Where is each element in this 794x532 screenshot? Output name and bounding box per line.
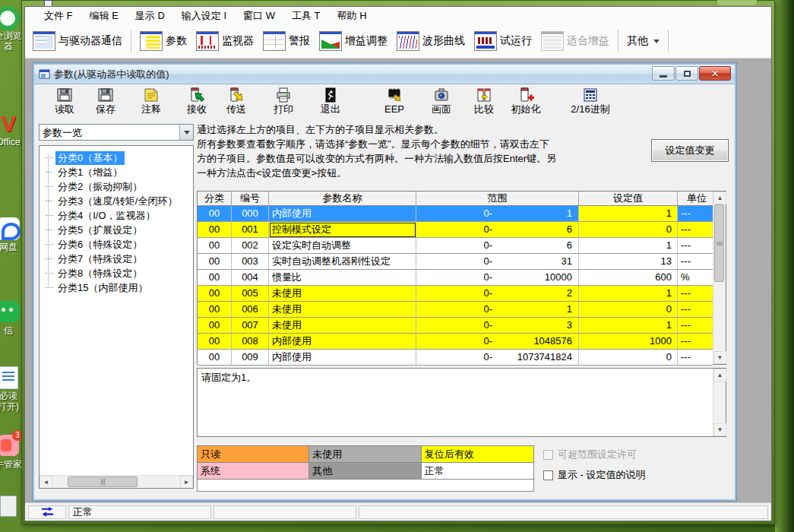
mdi-area: 参数(从驱动器中读取的值) ✕ [25,59,771,502]
camera-icon [432,86,451,104]
table-row[interactable]: 00007 未使用 0-3 1--- [198,318,713,334]
change-value-button[interactable]: 设定值变更 [651,139,729,162]
wps-icon: V [0,112,21,135]
tree-item-class6[interactable]: 分类6（特殊设定） [44,237,193,252]
monitor-icon [196,31,219,51]
dropdown-value: 参数一览 [40,125,179,140]
exit-icon [321,86,340,104]
wechat-icon [0,301,20,322]
fit-gain-icon [541,31,564,51]
toolbar-other-button[interactable]: 其他 [622,32,664,50]
toolbar-gain-button[interactable]: 增益调整 [315,29,392,53]
scrollbar-thumb[interactable] [68,477,138,487]
trial-run-icon [474,31,497,51]
read-button[interactable]: 读取 [45,86,84,118]
parameter-note: 请固定为1。 [198,369,713,436]
alarm-icon [263,31,286,51]
receive-button[interactable]: 接收 [177,86,217,118]
minimize-icon [660,75,667,78]
hex-dec-button[interactable]: 2/16进制 [563,86,618,118]
initialize-button[interactable]: 初始化 [504,86,548,118]
legend-empty-row [198,480,533,491]
scroll-up-arrow[interactable]: ▲ [713,369,726,382]
tree-item-class7[interactable]: 分类7（特殊设定） [44,252,193,266]
toolbar-monitor-button[interactable]: 监视器 [191,29,258,53]
desktop-right-edge [775,0,794,532]
scroll-down-arrow[interactable]: ▼ [713,351,726,364]
legend-reset: 复位后有效 [422,446,533,463]
print-icon [274,86,293,104]
tree-item-class1[interactable]: 分类1（增益） [44,165,193,179]
legend-unused: 未使用 [309,446,421,463]
note-vertical-scrollbar[interactable]: ▲ ▼ [713,369,726,436]
netdisk-icon [0,217,20,240]
menu-tools[interactable]: 工具 T [283,8,329,24]
chevron-down-icon [653,40,660,46]
save-button[interactable]: 保存 [86,86,125,118]
scroll-right-arrow[interactable]: ► [180,476,193,489]
main-titlebar[interactable] [24,0,772,6]
scroll-down-arrow[interactable]: ▼ [713,423,726,436]
restore-button[interactable] [675,66,698,81]
compare-button[interactable]: 比较 [464,86,504,118]
table-row[interactable]: 00001 控制模式设定 0-6 0--- [198,222,713,238]
tree-item-class4[interactable]: 分类4（I/O，监视器） [44,208,193,223]
tree-horizontal-scrollbar[interactable]: ◄ ► [40,475,193,488]
scroll-up-arrow[interactable]: ▲ [713,192,726,204]
category-tree: 分类0（基本） 分类1（增益） 分类2（振动抑制） 分类3（速度/转矩/全闭环）… [39,145,194,489]
parameter-window-titlebar[interactable]: 参数(从驱动器中读取的值) ✕ [34,65,735,84]
menu-help[interactable]: 帮助 H [329,8,375,24]
toolbar-tryrun-button[interactable]: 试运行 [470,29,536,53]
tree-item-class0[interactable]: 分类0（基本） [44,150,193,165]
table-row[interactable]: 00000 内部使用 0-1 1--- [198,206,713,222]
dropdown-arrow-button[interactable] [179,125,193,140]
menu-input[interactable]: 输入设定 I [173,8,235,24]
comment-button[interactable]: 注释 [131,86,171,118]
legend-other: 其他 [309,463,421,480]
close-button[interactable]: ✕ [699,66,731,81]
screenshot-button[interactable]: 画面 [422,86,461,118]
minimize-button[interactable] [652,66,675,81]
toolbar-comm-button[interactable]: 与驱动器通信 [28,29,127,53]
help-text: 通过选择左上方的项目、左下方的子项目显示相关参数。 所有参数要查看数字顺序，请选… [197,122,650,180]
table-row[interactable]: 00009 内部使用 0-1073741824 0--- [198,350,713,366]
toolbar-separator [618,30,618,52]
tree-item-class2[interactable]: 分类2（振动抑制） [44,179,193,194]
toolbar-separator [668,30,669,52]
parameter-table: 分类 编号 参数名称 范围 设定值 单位 00000 内部使用 [197,191,726,365]
category-dropdown[interactable]: 参数一览 [39,124,194,141]
table-row[interactable]: 00005 未使用 0-2 1--- [198,286,713,302]
comm-status-panel [28,505,66,519]
parameter-toolbar: 读取 保存 [34,84,735,119]
checkbox-show-value-desc[interactable]: 显示 - 设定值的说明 [543,468,646,482]
print-button[interactable]: 打印 [264,86,303,118]
tree-item-class15[interactable]: 分类15（内部使用） [44,280,193,295]
toolbar-wave-button[interactable]: 波形曲线 [392,29,470,53]
menu-window[interactable]: 窗口 W [235,8,283,24]
tree-item-class3[interactable]: 分类3（速度/转矩/全闭环） [44,194,193,208]
table-row[interactable]: 00008 内部使用 0-1048576 1000--- [198,334,713,350]
send-icon [227,86,245,104]
initialize-icon [517,86,535,104]
scroll-left-arrow[interactable]: ◄ [40,476,52,489]
tree-item-class5[interactable]: 分类5（扩展设定） [44,223,193,237]
menu-view[interactable]: 显示 D [127,8,173,24]
save-icon [96,86,115,104]
eep-button[interactable]: EEP [375,86,414,118]
toolbar-params-button[interactable]: 参数 [135,29,191,53]
tree-item-class8[interactable]: 分类8（特殊设定） [44,266,193,280]
transfer-arrows-icon [41,507,54,517]
table-vertical-scrollbar[interactable]: ▲ ▼ [713,192,726,364]
exit-button[interactable]: 退出 [311,86,350,118]
menu-file[interactable]: 文件 F [36,8,81,24]
status-text-panel: 正常 [68,505,211,519]
menu-edit[interactable]: 编辑 E [81,8,127,24]
toolbar-alarm-button[interactable]: 警报 [258,29,315,53]
table-row[interactable]: 00006 未使用 0-1 0--- [198,302,713,318]
scrollbar-thumb[interactable] [714,204,724,282]
send-button[interactable]: 传送 [217,86,256,118]
main-caption-buttons[interactable] [717,0,757,5]
table-row[interactable]: 00002 设定实时自动调整 0-6 1--- [198,238,713,254]
table-row[interactable]: 00003 实时自动调整机器刚性设定 0-31 13--- [198,254,713,270]
table-row[interactable]: 00004 惯量比 0-10000 600% [198,270,713,286]
